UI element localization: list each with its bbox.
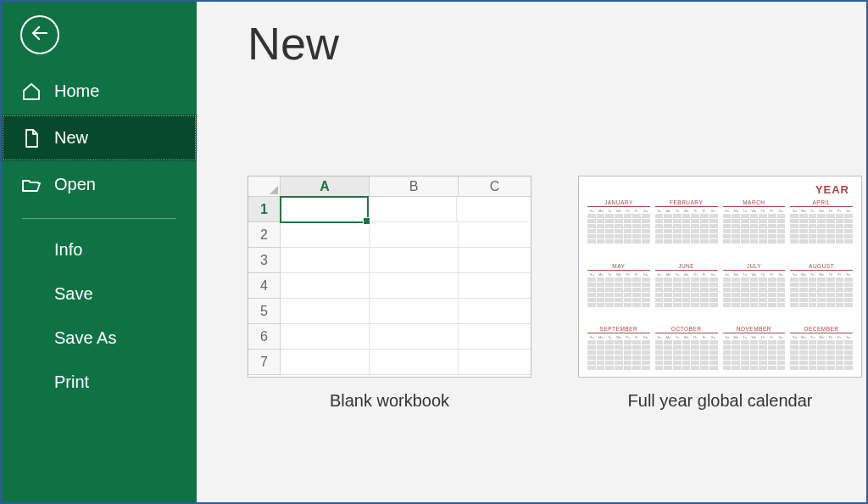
sidebar-item-new[interactable]: New: [2, 115, 197, 161]
backstage-main: New A B C 1: [197, 2, 866, 502]
cell: [281, 350, 370, 375]
calendar-dow-row: SuMoTuWeThFrSa: [790, 209, 853, 213]
column-header: A: [281, 176, 370, 197]
cell: [370, 324, 459, 350]
calendar-dow-row: SuMoTuWeThFrSa: [655, 272, 718, 277]
cell: [457, 197, 529, 222]
sidebar-item-label: Save As: [54, 328, 116, 348]
sidebar-item-label: New: [54, 128, 88, 148]
calendar-day-grid: [790, 340, 853, 370]
calendar-day-grid: [790, 214, 853, 244]
calendar-day-grid: [723, 277, 786, 307]
calendar-day-grid: [655, 277, 718, 307]
calendar-dow-row: SuMoTuWeThFrSa: [790, 335, 853, 339]
template-gallery: A B C 1 2 3: [248, 176, 841, 411]
calendar-month-name: MARCH: [723, 199, 786, 207]
cell: [459, 248, 531, 273]
sidebar-item-info[interactable]: Info: [2, 227, 197, 272]
cell: [281, 273, 370, 299]
sidebar-item-save[interactable]: Save: [2, 272, 197, 316]
cell: [370, 299, 459, 324]
calendar-month-name: APRIL: [790, 199, 853, 207]
calendar-month: APRILSuMoTuWeThFrSa: [790, 199, 853, 244]
cell: [370, 273, 459, 299]
active-cell: [280, 196, 369, 223]
calendar-dow-row: SuMoTuWeThFrSa: [790, 272, 853, 277]
calendar-month: FEBRUARYSuMoTuWeThFrSa: [655, 199, 718, 244]
row-header: 7: [248, 350, 281, 375]
calendar-month-name: MAY: [587, 263, 650, 271]
template-blank-workbook[interactable]: A B C 1 2 3: [248, 176, 531, 411]
calendar-day-grid: [655, 340, 718, 370]
calendar-month-name: FEBRUARY: [655, 199, 718, 207]
arrow-left-icon: [30, 23, 50, 47]
calendar-preview: YEAR JANUARYSuMoTuWeThFrSaFEBRUARYSuMoTu…: [579, 176, 861, 377]
sidebar-item-label: Print: [54, 372, 89, 392]
sidebar-item-home[interactable]: Home: [2, 68, 197, 115]
sidebar-item-label: Open: [54, 175, 96, 194]
cell: [281, 299, 370, 324]
row-header: 3: [248, 248, 281, 273]
calendar-row: SEPTEMBERSuMoTuWeThFrSaOCTOBERSuMoTuWeTh…: [587, 326, 853, 370]
sidebar-item-save-as[interactable]: Save As: [2, 316, 197, 360]
calendar-month-name: JULY: [723, 263, 786, 271]
calendar-dow-row: SuMoTuWeThFrSa: [723, 209, 786, 213]
calendar-month: OCTOBERSuMoTuWeThFrSa: [655, 326, 718, 370]
cell: [281, 222, 370, 248]
cell: [281, 248, 370, 273]
calendar-month: JUNESuMoTuWeThFrSa: [655, 263, 718, 307]
cell: [370, 248, 459, 273]
calendar-dow-row: SuMoTuWeThFrSa: [723, 272, 786, 277]
calendar-month: MAYSuMoTuWeThFrSa: [587, 263, 650, 307]
sidebar-item-label: Info: [54, 240, 82, 260]
row-header: 5: [248, 299, 281, 324]
file-icon: [20, 127, 42, 149]
calendar-month-name: AUGUST: [790, 263, 853, 271]
calendar-month: AUGUSTSuMoTuWeThFrSa: [790, 263, 853, 307]
folder-open-icon: [20, 174, 42, 196]
column-header: C: [459, 176, 531, 197]
calendar-dow-row: SuMoTuWeThFrSa: [723, 335, 786, 339]
sidebar-item-label: Save: [54, 284, 93, 304]
calendar-dow-row: SuMoTuWeThFrSa: [587, 335, 650, 339]
template-thumbnail: YEAR JANUARYSuMoTuWeThFrSaFEBRUARYSuMoTu…: [578, 176, 862, 378]
calendar-month: JULYSuMoTuWeThFrSa: [723, 263, 786, 307]
cell: [459, 350, 531, 375]
sidebar-item-open[interactable]: Open: [2, 161, 197, 208]
cell: [370, 350, 459, 375]
sidebar-separator: [22, 218, 176, 219]
cell: [459, 324, 531, 350]
template-full-year-calendar[interactable]: YEAR JANUARYSuMoTuWeThFrSaFEBRUARYSuMoTu…: [578, 176, 862, 411]
sidebar-item-label: Home: [54, 81, 99, 101]
calendar-month-name: OCTOBER: [655, 326, 718, 333]
calendar-dow-row: SuMoTuWeThFrSa: [655, 209, 718, 213]
calendar-dow-row: SuMoTuWeThFrSa: [655, 335, 718, 339]
calendar-day-grid: [790, 277, 853, 307]
sidebar-item-print[interactable]: Print: [2, 360, 197, 404]
calendar-month-name: NOVEMBER: [723, 326, 786, 333]
home-icon: [20, 81, 42, 103]
calendar-month: SEPTEMBERSuMoTuWeThFrSa: [587, 326, 650, 370]
calendar-year-heading: YEAR: [587, 183, 853, 196]
calendar-row: MAYSuMoTuWeThFrSaJUNESuMoTuWeThFrSaJULYS…: [587, 263, 853, 307]
spreadsheet-preview: A B C 1 2 3: [248, 176, 531, 377]
cell: [459, 222, 531, 248]
calendar-day-grid: [655, 214, 718, 244]
calendar-day-grid: [587, 277, 650, 307]
calendar-row: JANUARYSuMoTuWeThFrSaFEBRUARYSuMoTuWeThF…: [587, 199, 853, 244]
cell: [370, 222, 459, 248]
back-row: [2, 2, 197, 68]
cell: [459, 299, 531, 324]
calendar-day-grid: [723, 214, 786, 244]
calendar-day-grid: [587, 340, 650, 370]
calendar-month-name: SEPTEMBER: [587, 326, 650, 333]
back-button[interactable]: [20, 15, 59, 54]
calendar-dow-row: SuMoTuWeThFrSa: [587, 209, 650, 213]
row-header: 4: [248, 273, 281, 299]
calendar-month-name: DECEMBER: [790, 326, 853, 333]
cell: [368, 197, 457, 222]
row-header: 6: [248, 324, 281, 350]
select-all-corner: [248, 176, 281, 197]
calendar-day-grid: [723, 340, 786, 370]
calendar-month-name: JUNE: [655, 263, 718, 271]
